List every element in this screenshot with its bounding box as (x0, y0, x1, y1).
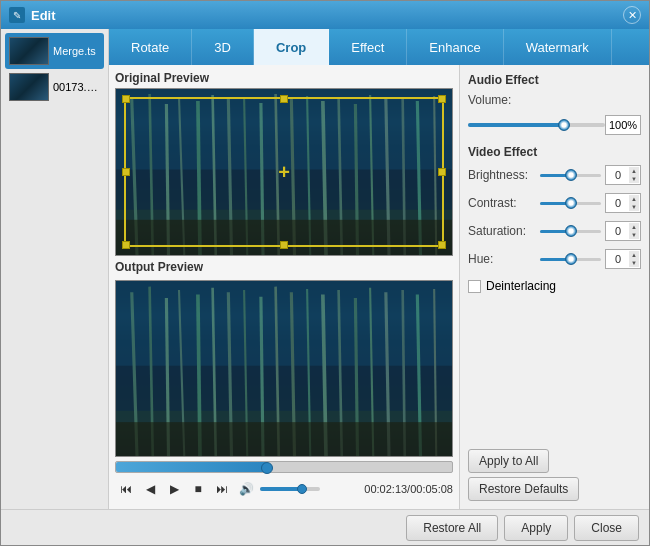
close-bottom-button[interactable]: Close (574, 515, 639, 541)
file-thumb-0 (9, 37, 49, 65)
timeline-progress (116, 462, 267, 472)
output-video-background (116, 281, 452, 456)
output-preview-label: Output Preview (115, 260, 453, 274)
volume-slider-h[interactable] (468, 123, 605, 127)
output-video-scene-svg (116, 281, 452, 456)
brightness-down[interactable]: ▼ (629, 175, 639, 183)
hue-slider-container (540, 251, 601, 267)
file-thumb-1 (9, 73, 49, 101)
tab-3d[interactable]: 3D (192, 29, 254, 65)
volume-value-box[interactable]: 100% (605, 115, 641, 135)
contrast-slider-container (540, 195, 601, 211)
contrast-up[interactable]: ▲ (629, 195, 639, 203)
original-preview: + (115, 88, 453, 256)
brightness-slider-container (540, 167, 601, 183)
volume-slider[interactable] (260, 487, 320, 491)
time-display: 00:02:13/00:05:08 (364, 483, 453, 495)
saturation-slider-track[interactable] (540, 230, 601, 233)
apply-button[interactable]: Apply (504, 515, 568, 541)
saturation-thumb[interactable] (565, 225, 577, 237)
video-scene-svg (116, 89, 452, 255)
hue-down[interactable]: ▼ (629, 259, 639, 267)
contrast-spinner: ▲ ▼ (629, 195, 639, 211)
apply-restore-buttons: Apply to All Restore Defaults (468, 449, 641, 501)
volume-fill (260, 487, 302, 491)
contrast-down[interactable]: ▼ (629, 203, 639, 211)
close-button[interactable]: ✕ (623, 6, 641, 24)
hue-control-row: Hue: 0 ▲ ▼ (468, 249, 641, 269)
restore-all-button[interactable]: Restore All (406, 515, 498, 541)
stop-button[interactable]: ■ (187, 478, 209, 500)
brightness-label: Brightness: (468, 168, 540, 182)
main-content: Rotate 3D Crop Effect Enhance Watermark (109, 29, 649, 509)
brightness-slider-track[interactable] (540, 174, 601, 177)
saturation-up[interactable]: ▲ (629, 223, 639, 231)
preview-panel: Original Preview (109, 65, 459, 509)
window-title: Edit (31, 8, 623, 23)
apply-to-all-button[interactable]: Apply to All (468, 449, 549, 473)
video-section-title: Video Effect (468, 145, 641, 159)
saturation-label: Saturation: (468, 224, 540, 238)
output-preview (115, 280, 453, 457)
tab-enhance[interactable]: Enhance (407, 29, 503, 65)
file-item-0[interactable]: Merge.ts (5, 33, 104, 69)
brightness-value-box: 0 ▲ ▼ (605, 165, 641, 185)
hue-label: Hue: (468, 252, 540, 266)
video-background (116, 89, 452, 255)
saturation-slider-container (540, 223, 601, 239)
volume-icon: 🔊 (239, 482, 254, 496)
volume-fill-h (468, 123, 564, 127)
hue-spinner: ▲ ▼ (629, 251, 639, 267)
content-area: Merge.ts 00173.MTS Rotate 3D Crop (1, 29, 649, 509)
deinterlace-checkbox[interactable] (468, 280, 481, 293)
timeline-bar[interactable] (115, 461, 453, 473)
restore-defaults-button[interactable]: Restore Defaults (468, 477, 579, 501)
play-button[interactable]: ▶ (163, 478, 185, 500)
svg-rect-24 (116, 220, 452, 255)
hue-value-box: 0 ▲ ▼ (605, 249, 641, 269)
hue-slider-track[interactable] (540, 258, 601, 261)
tab-effect[interactable]: Effect (329, 29, 407, 65)
skip-end-button[interactable]: ⏭ (211, 478, 233, 500)
timeline-thumb[interactable] (261, 462, 273, 474)
tab-watermark[interactable]: Watermark (504, 29, 612, 65)
brightness-up[interactable]: ▲ (629, 167, 639, 175)
contrast-thumb[interactable] (565, 197, 577, 209)
deinterlace-row: Deinterlacing (468, 279, 641, 293)
hue-thumb[interactable] (565, 253, 577, 265)
preview-and-controls: Original Preview (109, 65, 649, 509)
tabs-bar: Rotate 3D Crop Effect Enhance Watermark (109, 29, 649, 65)
file-name-1: 00173.MTS (53, 81, 100, 93)
volume-slider-row: 100% (468, 115, 641, 135)
volume-thumb[interactable] (297, 484, 307, 494)
spacer (468, 293, 641, 445)
contrast-label: Contrast: (468, 196, 540, 210)
file-item-1[interactable]: 00173.MTS (5, 69, 104, 105)
hue-up[interactable]: ▲ (629, 251, 639, 259)
volume-thumb-h[interactable] (558, 119, 570, 131)
brightness-thumb[interactable] (565, 169, 577, 181)
controls-bar: ⏮ ◀ ▶ ■ ⏭ 🔊 00:02:13/00:05:08 (115, 475, 453, 503)
edit-window: ✎ Edit ✕ Merge.ts 00173.MTS Rotate (0, 0, 650, 546)
bottom-bar: Restore All Apply Close (1, 509, 649, 545)
svg-rect-49 (116, 422, 452, 456)
contrast-value-box: 0 ▲ ▼ (605, 193, 641, 213)
tab-rotate[interactable]: Rotate (109, 29, 192, 65)
skip-start-button[interactable]: ⏮ (115, 478, 137, 500)
saturation-spinner: ▲ ▼ (629, 223, 639, 239)
audio-section-title: Audio Effect (468, 73, 641, 87)
app-icon: ✎ (9, 7, 25, 23)
tab-crop[interactable]: Crop (254, 29, 329, 65)
file-name-0: Merge.ts (53, 45, 96, 57)
original-preview-label: Original Preview (115, 71, 453, 85)
volume-label: Volume: (468, 93, 540, 107)
title-bar: ✎ Edit ✕ (1, 1, 649, 29)
prev-frame-button[interactable]: ◀ (139, 478, 161, 500)
volume-control-row: Volume: (468, 93, 641, 107)
contrast-slider-track[interactable] (540, 202, 601, 205)
saturation-down[interactable]: ▼ (629, 231, 639, 239)
brightness-spinner: ▲ ▼ (629, 167, 639, 183)
brightness-control-row: Brightness: 0 ▲ ▼ (468, 165, 641, 185)
right-panel: Audio Effect Volume: 100% (459, 65, 649, 509)
deinterlace-label: Deinterlacing (486, 279, 556, 293)
